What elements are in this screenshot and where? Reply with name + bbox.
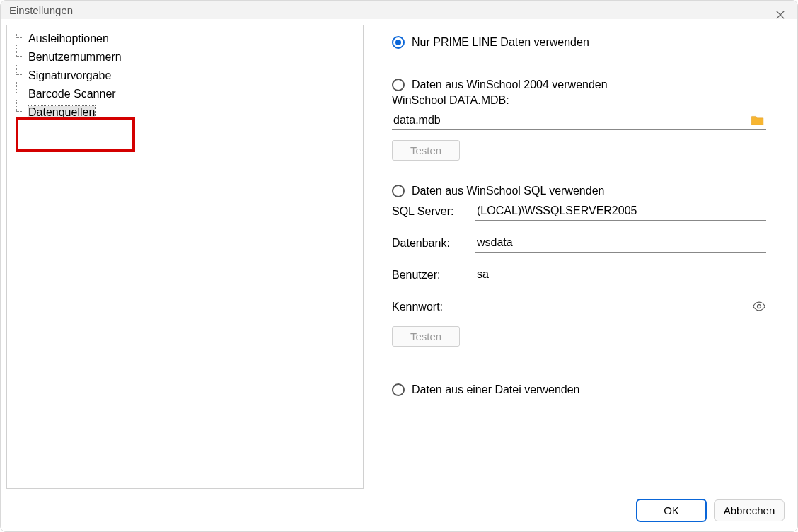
radio-winschool-2004[interactable]: Daten aus WinSchool 2004 verwenden [392,79,766,91]
tree-item-ausleihoptionen[interactable]: Ausleihoptionen [13,30,357,48]
winschool-file-input[interactable] [393,114,751,127]
settings-dialog: Einstellungen Ausleihoptionen Benutzernu… [0,0,798,532]
radio-label: Daten aus WinSchool SQL verwenden [412,185,604,197]
dialog-body: Ausleihoptionen Benutzernummern Signatur… [1,19,797,531]
tree-item-datenquellen[interactable]: Datenquellen [13,103,357,122]
radio-prime-only[interactable]: Nur PRIME LINE Daten verwenden [392,36,766,49]
radio-winschool-sql[interactable]: Daten aus WinSchool SQL verwenden [392,185,766,197]
tree-item-benutzernummern[interactable]: Benutzernummern [13,48,357,66]
detail-panel: Nur PRIME LINE Daten verwenden Daten aus… [392,25,792,489]
sql-server-input[interactable] [475,202,766,221]
tree-item-label: Barcode Scanner [28,88,116,100]
close-icon[interactable] [773,8,787,22]
content-area: Ausleihoptionen Benutzernummern Signatur… [1,19,797,489]
sql-db-input[interactable] [475,233,766,253]
sql-user-input[interactable] [475,265,766,284]
section-winschool-sql: Daten aus WinSchool SQL verwenden SQL Se… [392,185,766,347]
eye-icon[interactable] [752,299,766,313]
svg-point-2 [758,305,761,308]
winschool-data-label: WinSchool DATA.MDB: [392,94,766,107]
sql-db-label: Datenbank: [392,237,470,250]
folder-icon[interactable] [751,115,765,126]
tree-item-signaturvorgabe[interactable]: Signaturvorgabe [13,66,357,85]
tree-item-label: Signaturvorgabe [28,69,111,81]
sql-pw-label: Kennwort: [392,301,470,313]
test-winschool-sql-button[interactable]: Testen [392,326,460,347]
radio-icon[interactable] [392,79,405,91]
sql-user-label: Benutzer: [392,269,470,282]
winschool-file-input-row [392,111,766,130]
tree-item-barcode-scanner[interactable]: Barcode Scanner [13,85,357,103]
radio-label: Daten aus WinSchool 2004 verwenden [412,79,608,91]
settings-tree[interactable]: Ausleihoptionen Benutzernummern Signatur… [6,25,364,489]
sql-password-wrap [475,297,766,316]
radio-from-file[interactable]: Daten aus einer Datei verwenden [392,383,766,396]
radio-icon[interactable] [392,185,405,197]
cancel-button[interactable]: Abbrechen [714,499,785,521]
sql-server-label: SQL Server: [392,205,470,218]
tree-item-label: Ausleihoptionen [28,33,109,45]
radio-icon[interactable] [392,383,405,396]
sql-form-grid: SQL Server: Datenbank: Benutzer: Kennwor… [392,202,766,316]
tree-item-label: Datenquellen [28,106,95,118]
tree-panel-wrap: Ausleihoptionen Benutzernummern Signatur… [6,25,364,489]
section-winschool-2004: Daten aus WinSchool 2004 verwenden WinSc… [392,79,766,161]
titlebar: Einstellungen [1,1,797,19]
radio-label: Daten aus einer Datei verwenden [412,383,579,396]
section-prime-only: Nur PRIME LINE Daten verwenden [392,36,766,52]
radio-label: Nur PRIME LINE Daten verwenden [412,36,589,49]
tree-item-label: Benutzernummern [28,51,122,63]
dialog-footer: OK Abbrechen [1,489,797,531]
test-winschool-2004-button[interactable]: Testen [392,140,460,161]
section-from-file: Daten aus einer Datei verwenden [392,383,766,399]
window-title: Einstellungen [9,4,73,16]
ok-button[interactable]: OK [636,499,707,522]
sql-password-input[interactable] [475,297,752,316]
radio-icon[interactable] [392,36,405,49]
